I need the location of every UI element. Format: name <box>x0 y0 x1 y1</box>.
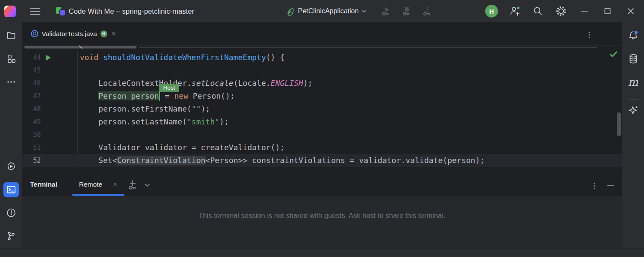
line-number: 49 <box>22 115 41 128</box>
terminal-not-shared-message: This terminal session is not shared with… <box>22 212 622 220</box>
more-tool-windows-button[interactable] <box>3 74 19 90</box>
left-tool-rail <box>0 22 22 248</box>
inspections-ok-icon[interactable] <box>610 51 617 57</box>
line-number: 46 <box>22 77 41 90</box>
tab-close-icon[interactable]: × <box>111 30 117 37</box>
line-number: 47 <box>22 90 41 103</box>
terminal-panel-header: Terminal Remote × <box>22 174 622 196</box>
line-number: 48 <box>22 103 41 115</box>
services-tool-button[interactable] <box>3 159 19 174</box>
window-title: Code With Me – spring-petclinic-master <box>69 7 194 15</box>
more-dots-icon <box>6 77 16 87</box>
project-tool-button[interactable] <box>3 28 19 43</box>
terminal-tool-button[interactable] <box>3 182 19 197</box>
window-minimize-button[interactable] <box>578 5 591 18</box>
code-text: Person person = new Person(); <box>80 90 235 103</box>
terminal-options-kebab-icon[interactable] <box>592 181 597 191</box>
terminal-icon <box>6 185 16 194</box>
editor-tab-bar: C ValidatorTests.java H × <box>22 22 622 45</box>
code-text: Validator validator = createValidator(); <box>80 141 285 154</box>
code-editor[interactable]: 44void shouldNotValidateWhenFirstNameEmp… <box>22 45 622 174</box>
code-line[interactable]: 51Validator validator = createValidator(… <box>22 141 622 154</box>
line-number: 52 <box>22 154 41 167</box>
tab-validatortests[interactable]: C ValidatorTests.java H × <box>22 22 123 45</box>
editor-options-kebab-icon[interactable] <box>587 30 592 40</box>
code-text: person.setLastName("smith"); <box>80 115 229 128</box>
run-test-gutter-icon[interactable] <box>45 54 51 61</box>
spring-boot-icon <box>286 7 295 16</box>
terminal-content[interactable]: This terminal session is not shared with… <box>22 196 622 248</box>
active-tab-underline <box>72 194 125 196</box>
git-tool-button[interactable] <box>3 228 19 244</box>
terminal-minimize-icon[interactable] <box>605 180 616 190</box>
database-tool-button[interactable] <box>626 51 641 67</box>
status-bar-area <box>0 248 644 257</box>
code-line[interactable]: 47Person person = new Person(); <box>22 90 622 103</box>
maven-m-icon: m <box>628 77 638 88</box>
invite-participant-icon[interactable] <box>508 5 521 18</box>
run-hexagon-icon <box>6 161 16 172</box>
code-text: LocaleContextHolder.setLocale(Locale.ENG… <box>80 77 313 90</box>
terminal-panel-title[interactable]: Terminal <box>30 181 57 188</box>
right-tool-rail: m <box>622 22 644 248</box>
terminal-dropdown-chevron-icon[interactable] <box>144 183 150 187</box>
editor-scrollbar[interactable] <box>617 112 621 136</box>
terminal-tab-close-icon[interactable]: × <box>113 180 117 189</box>
title-bar: Code With Me – spring-petclinic-master P… <box>0 0 644 22</box>
run-locked-icon[interactable] <box>381 6 392 17</box>
tab-file-name: ValidatorTests.java <box>42 30 97 38</box>
code-with-me-icon <box>56 6 66 16</box>
more-run-options-locked-icon[interactable] <box>422 6 433 17</box>
java-class-icon: C <box>31 30 38 37</box>
chevron-down-icon <box>361 10 366 13</box>
code-text: Set<ConstraintViolation<Person>> constra… <box>80 154 485 167</box>
structure-icon <box>6 54 16 63</box>
search-icon[interactable] <box>532 5 544 18</box>
git-branch-icon <box>6 231 16 241</box>
main-menu-button[interactable] <box>30 6 40 17</box>
host-file-badge: H <box>100 30 107 37</box>
line-number: 50 <box>22 128 41 141</box>
maven-tool-button[interactable]: m <box>626 74 641 90</box>
ide-window: Code With Me – spring-petclinic-master P… <box>0 0 644 257</box>
folder-icon <box>6 31 16 40</box>
window-maximize-button[interactable] <box>601 5 614 18</box>
run-configuration-label: PetClinicApplication <box>298 7 358 15</box>
code-line[interactable]: 52Set<ConstraintViolation<Person>> const… <box>22 154 622 167</box>
new-terminal-locked-icon[interactable] <box>127 179 139 191</box>
line-number: 44 <box>22 51 41 64</box>
problems-exclamation-icon <box>6 208 16 218</box>
line-number: 45 <box>22 64 41 77</box>
code-text: person.setFirstName(""); <box>80 103 210 115</box>
code-line[interactable]: 46LocaleContextHolder.setLocale(Locale.E… <box>22 77 622 90</box>
code-line[interactable]: 48person.setFirstName(""); <box>22 103 622 115</box>
intellij-logo-icon <box>4 6 16 17</box>
problems-tool-button[interactable] <box>3 205 19 221</box>
database-icon <box>628 54 638 64</box>
window-close-button[interactable] <box>624 5 637 18</box>
code-line[interactable]: 49person.setLastName("smith"); <box>22 115 622 128</box>
code-line[interactable]: 44void shouldNotValidateWhenFirstNameEmp… <box>22 51 622 64</box>
notifications-button[interactable] <box>626 28 641 43</box>
user-avatar[interactable]: H <box>485 5 498 18</box>
settings-gear-icon[interactable] <box>555 5 568 18</box>
code-lines: 44void shouldNotValidateWhenFirstNameEmp… <box>22 45 622 174</box>
host-cursor-label: Host <box>159 84 179 92</box>
rail-divider <box>628 99 639 100</box>
bell-icon <box>628 30 639 41</box>
code-text: void shouldNotValidateWhenFirstNameEmpty… <box>80 51 285 64</box>
run-configuration-selector[interactable]: PetClinicApplication <box>283 5 369 18</box>
structure-tool-button[interactable] <box>3 51 19 67</box>
code-line[interactable]: 50 <box>22 128 622 141</box>
terminal-tab-remote[interactable]: Remote <box>79 181 102 188</box>
code-line[interactable]: 45 <box>22 64 622 77</box>
ai-assistant-button[interactable] <box>626 103 641 118</box>
line-number: 51 <box>22 141 41 154</box>
debug-locked-icon[interactable] <box>401 6 413 17</box>
ai-sparkle-icon <box>628 105 639 116</box>
